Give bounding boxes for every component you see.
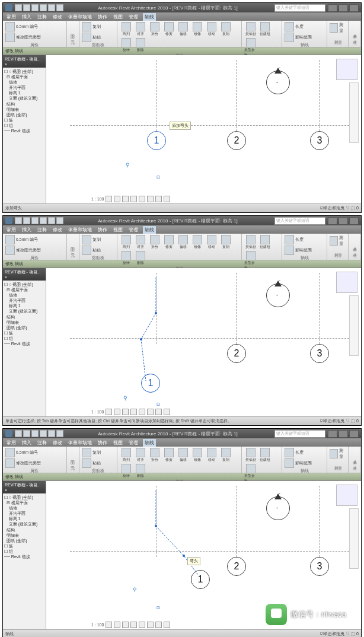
nav-bar[interactable] bbox=[349, 508, 359, 569]
qat-icon[interactable] bbox=[48, 217, 55, 224]
ribbon-item[interactable]: 复制 bbox=[92, 450, 101, 456]
grid-line-vertical[interactable] bbox=[236, 486, 237, 557]
ribbon-icon[interactable] bbox=[164, 235, 174, 244]
browser-tree[interactable]: ☐ ○ 视图 (全部) ⊟ 楼层平面 场地 开沟平面 标高 1 立面 (建筑立面… bbox=[3, 493, 46, 560]
ribbon-icon[interactable] bbox=[164, 22, 174, 31]
tree-item[interactable]: ☐ 组 bbox=[4, 123, 44, 128]
ribbon-icon[interactable] bbox=[178, 448, 188, 457]
ribbon-item[interactable]: 粘贴 bbox=[92, 460, 101, 466]
view-control-bar[interactable]: 1 : 100 bbox=[91, 196, 170, 202]
ribbon-item[interactable]: 镜像 bbox=[194, 244, 201, 250]
nav-bar[interactable] bbox=[349, 82, 359, 143]
ribbon-item[interactable]: 修改图元类型 bbox=[16, 247, 41, 253]
view-control-icon[interactable] bbox=[114, 409, 120, 415]
ribbon-item[interactable]: 复制 bbox=[222, 244, 229, 250]
ribbon-icon[interactable] bbox=[285, 33, 294, 42]
ribbon-icon[interactable] bbox=[136, 251, 145, 260]
ribbon-item[interactable]: 旋转 bbox=[123, 260, 130, 266]
ribbon-tab[interactable]: 注释 bbox=[36, 14, 48, 20]
ribbon-icon[interactable] bbox=[122, 235, 131, 244]
tree-item[interactable]: ── Revit 链接 bbox=[4, 341, 44, 346]
view-control-icon[interactable] bbox=[147, 409, 154, 415]
qat-icon[interactable] bbox=[23, 430, 30, 437]
view-cube[interactable] bbox=[336, 272, 357, 293]
ribbon-tab[interactable]: 修改 bbox=[52, 14, 63, 20]
ribbon-item[interactable]: 对齐 bbox=[137, 457, 144, 463]
tree-item[interactable]: ⊟ 楼层平面 bbox=[4, 500, 44, 505]
tree-item[interactable]: 场地 bbox=[4, 505, 44, 511]
ribbon-tab[interactable]: 轴线 bbox=[143, 13, 156, 21]
ribbon-icon[interactable] bbox=[136, 22, 145, 31]
tree-item[interactable]: 开沟平面 bbox=[4, 85, 44, 90]
ribbon-icon[interactable] bbox=[5, 22, 15, 31]
ribbon-item[interactable]: 删除 bbox=[137, 473, 144, 479]
ribbon-icon[interactable] bbox=[5, 246, 15, 255]
ribbon-icon[interactable] bbox=[246, 464, 256, 473]
ribbon-item[interactable]: 移动 bbox=[208, 244, 215, 250]
ribbon-icon[interactable] bbox=[82, 448, 91, 457]
ribbon-icon[interactable] bbox=[178, 235, 188, 244]
pin-icon[interactable]: ⚲ bbox=[133, 587, 138, 591]
ribbon-item[interactable]: 复制 bbox=[92, 24, 101, 30]
ribbon-icon[interactable] bbox=[330, 449, 337, 458]
ribbon-tab[interactable]: 体量和场地 bbox=[67, 227, 93, 233]
qat-icon[interactable] bbox=[48, 430, 55, 437]
qat[interactable] bbox=[15, 430, 63, 437]
ribbon-item[interactable]: 镜像 bbox=[194, 457, 201, 463]
view-control-icon[interactable] bbox=[164, 622, 170, 628]
ribbon-tab[interactable]: 修改 bbox=[52, 227, 63, 233]
ribbon-icon[interactable] bbox=[136, 464, 145, 473]
ribbon-item[interactable]: 长度 bbox=[295, 237, 304, 243]
grid-bubble-1[interactable]: 1 bbox=[147, 131, 166, 150]
tree-item[interactable]: ☐ ○ 视图 (全部) bbox=[4, 282, 44, 287]
app-logo-icon[interactable] bbox=[5, 4, 12, 11]
ribbon-item[interactable]: 粘贴 bbox=[92, 247, 101, 253]
search-input[interactable]: 键入关键字或短语 bbox=[274, 217, 325, 225]
ribbon-item[interactable]: 删除 bbox=[137, 260, 144, 266]
ribbon-icon[interactable] bbox=[164, 448, 174, 457]
grid-line-horizontal[interactable] bbox=[70, 551, 355, 552]
ribbon-icon[interactable] bbox=[5, 235, 15, 244]
ribbon-item[interactable]: 对齐 bbox=[137, 244, 144, 250]
tree-item[interactable]: 图纸 (全部) bbox=[4, 538, 44, 543]
grid-line-vertical[interactable] bbox=[319, 60, 320, 131]
ribbon-tab[interactable]: 修改 bbox=[52, 439, 63, 446]
tree-item[interactable]: ── Revit 链接 bbox=[4, 554, 44, 559]
ribbon-icon[interactable] bbox=[260, 448, 270, 457]
grid-bubble-2[interactable]: 2 bbox=[227, 557, 246, 576]
tree-item[interactable]: ⊟ 楼层平面 bbox=[4, 74, 44, 79]
ribbon-tab[interactable]: 轴线 bbox=[143, 226, 156, 234]
grid-bubble-3[interactable]: 3 bbox=[310, 131, 329, 150]
view-control-icon[interactable] bbox=[130, 622, 137, 628]
ribbon-tab[interactable]: 视图 bbox=[112, 439, 124, 446]
maximize-button[interactable] bbox=[339, 217, 348, 225]
grid-elbow[interactable] bbox=[46, 268, 361, 416]
view-control-icon[interactable] bbox=[106, 622, 112, 628]
ribbon-tab[interactable]: 协作 bbox=[97, 227, 108, 233]
search-input[interactable]: 键入关键字或短语 bbox=[274, 4, 325, 12]
ribbon-icon[interactable] bbox=[207, 22, 216, 31]
ribbon-item[interactable]: 测量 bbox=[339, 22, 346, 34]
ribbon-tab[interactable]: 注释 bbox=[36, 439, 48, 446]
tree-item[interactable]: 立面 (建筑立面) bbox=[4, 521, 44, 527]
view-control-icon[interactable] bbox=[122, 622, 129, 628]
ribbon-icon[interactable] bbox=[260, 235, 270, 244]
ribbon-icon[interactable] bbox=[246, 38, 256, 47]
ribbon-icon[interactable] bbox=[150, 22, 159, 31]
minimize-button[interactable] bbox=[328, 4, 337, 12]
ribbon-item[interactable]: 修剪 bbox=[165, 244, 173, 250]
ribbon-item[interactable]: 旋转 bbox=[123, 473, 130, 479]
qat-icon[interactable] bbox=[15, 4, 22, 11]
ribbon-icon[interactable] bbox=[178, 22, 188, 31]
view-control-icon[interactable] bbox=[164, 196, 170, 202]
tree-item[interactable]: ── Revit 链接 bbox=[4, 128, 44, 133]
tree-item[interactable]: 结构 bbox=[4, 527, 44, 533]
ribbon-icon[interactable] bbox=[5, 458, 15, 468]
ribbon-item[interactable]: 修剪 bbox=[165, 457, 173, 463]
ribbon-icon[interactable] bbox=[82, 235, 91, 244]
ribbon-item[interactable]: 偏移 bbox=[180, 244, 187, 250]
ribbon-tab[interactable]: 管理 bbox=[127, 227, 139, 233]
view-control-icon[interactable] bbox=[130, 409, 137, 415]
qat-icon[interactable] bbox=[15, 430, 22, 437]
tree-item[interactable]: 开沟平面 bbox=[4, 511, 44, 516]
